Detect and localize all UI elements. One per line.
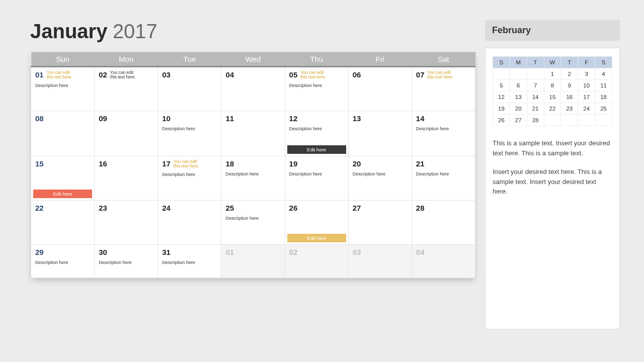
calendar-cell[interactable]: 23: [95, 201, 158, 245]
weekday-header: Sun: [31, 52, 95, 67]
mini-cell[interactable]: 14: [527, 92, 544, 103]
calendar-cell[interactable]: 27: [348, 201, 412, 245]
calendar-cell[interactable]: 26Edit here: [285, 201, 348, 245]
cell-description[interactable]: Description here: [162, 172, 217, 177]
mini-cell[interactable]: 22: [544, 103, 561, 115]
side-paragraph-1[interactable]: This is a sample text. Insert your desir…: [493, 138, 612, 158]
calendar-cell[interactable]: 19Description here: [285, 156, 348, 201]
day-number: 13: [353, 114, 361, 123]
mini-cell[interactable]: 7: [527, 80, 544, 92]
cell-description[interactable]: Description here: [35, 260, 90, 265]
cell-description[interactable]: Description here: [416, 171, 471, 176]
mini-cell[interactable]: 5: [493, 80, 510, 92]
mini-cell[interactable]: .: [493, 68, 510, 80]
mini-cell[interactable]: 17: [578, 92, 595, 103]
mini-cell[interactable]: 8: [544, 80, 561, 92]
mini-cell[interactable]: 28: [527, 115, 544, 126]
mini-cell[interactable]: 18: [595, 92, 612, 103]
calendar-cell[interactable]: 11: [221, 111, 285, 156]
cell-description[interactable]: Description here: [35, 83, 90, 88]
calendar-cell[interactable]: 02You can edit this text here.: [95, 67, 158, 111]
day-number: 27: [353, 204, 361, 212]
mini-cell[interactable]: 10: [578, 80, 595, 92]
mini-cell[interactable]: 4: [595, 68, 612, 80]
calendar-cell[interactable]: 10Description here: [158, 111, 221, 156]
mini-cell[interactable]: 1: [544, 68, 561, 80]
mini-cell[interactable]: 26: [493, 115, 510, 126]
cell-note[interactable]: You can edit this text here.: [47, 70, 78, 80]
calendar-cell[interactable]: 13: [348, 111, 412, 156]
calendar-cell[interactable]: 31Description here: [158, 245, 221, 278]
mini-cell[interactable]: .: [527, 68, 544, 80]
mini-cell[interactable]: 23: [561, 103, 578, 115]
calendar-cell[interactable]: 24: [158, 201, 221, 245]
cell-tag[interactable]: Edit here: [287, 234, 346, 242]
calendar-cell[interactable]: 30Description here: [95, 245, 158, 278]
mini-cell[interactable]: 15: [544, 92, 561, 103]
mini-cell[interactable]: 24: [578, 103, 595, 115]
mini-cell[interactable]: .: [544, 115, 561, 126]
cell-description[interactable]: Description here: [289, 83, 344, 88]
calendar-cell[interactable]: 18Description here: [221, 156, 285, 201]
calendar-cell[interactable]: 04: [221, 67, 285, 111]
cell-description[interactable]: Description here: [225, 216, 280, 221]
cell-note[interactable]: You can edit this text here.: [174, 159, 205, 169]
mini-cell[interactable]: 25: [595, 103, 612, 115]
calendar-cell[interactable]: 15Edit here: [31, 156, 95, 201]
cell-description[interactable]: Description here: [289, 126, 344, 131]
calendar-cell[interactable]: 03: [348, 245, 412, 278]
calendar-cell[interactable]: 02: [285, 245, 348, 278]
cell-description[interactable]: Description here: [289, 171, 344, 176]
calendar-cell[interactable]: 16: [95, 156, 158, 201]
mini-cell[interactable]: 2: [561, 68, 578, 80]
side-paragraph-2[interactable]: Insert your desired text here. This is a…: [493, 167, 612, 197]
cell-description[interactable]: Description here: [225, 171, 280, 176]
calendar-cell[interactable]: 17You can edit this text here.Descriptio…: [158, 156, 221, 201]
mini-cell[interactable]: .: [595, 115, 612, 126]
mini-cell[interactable]: 19: [493, 103, 510, 115]
calendar-cell[interactable]: 28: [412, 201, 475, 245]
calendar-cell[interactable]: 12Description hereEdit here: [285, 111, 348, 156]
calendar-cell[interactable]: 21Description here: [412, 156, 475, 201]
calendar-cell[interactable]: 04: [412, 245, 475, 278]
mini-cell[interactable]: 21: [527, 103, 544, 115]
cell-description[interactable]: Description here: [162, 126, 217, 131]
calendar-cell[interactable]: 01: [221, 245, 285, 278]
calendar-cell[interactable]: 22: [31, 201, 95, 245]
mini-cell[interactable]: 3: [578, 68, 595, 80]
mini-cell[interactable]: 13: [510, 92, 527, 103]
cell-description[interactable]: Description here: [416, 126, 471, 131]
mini-cell[interactable]: 6: [510, 80, 527, 92]
cell-note[interactable]: You can edit this text here.: [110, 70, 141, 80]
cell-tag[interactable]: Edit here: [287, 145, 346, 154]
cell-description[interactable]: Description here: [353, 171, 408, 176]
mini-cell[interactable]: .: [561, 115, 578, 126]
calendar-cell[interactable]: 14Description here: [412, 111, 475, 156]
mini-cell[interactable]: .: [510, 68, 527, 80]
mini-cell[interactable]: 11: [595, 80, 612, 92]
cell-tag[interactable]: Edit here: [33, 190, 92, 198]
calendar-cell[interactable]: 29Description here: [31, 245, 95, 278]
mini-cell[interactable]: 20: [510, 103, 527, 115]
weekday-header: Thu: [285, 52, 348, 67]
calendar-cell[interactable]: 09: [95, 111, 158, 156]
cell-note[interactable]: You can edit this text here.: [300, 70, 332, 80]
calendar-cell[interactable]: 06: [348, 67, 412, 111]
mini-weekday-header: T: [527, 57, 544, 68]
calendar-cell[interactable]: 01You can edit this text here.Descriptio…: [31, 67, 95, 111]
calendar-cell[interactable]: 08: [31, 111, 95, 156]
cell-description[interactable]: Description here: [162, 260, 217, 265]
mini-cell[interactable]: 12: [493, 92, 510, 103]
calendar-cell[interactable]: 20Description here: [348, 156, 412, 201]
mini-cell[interactable]: .: [578, 115, 595, 126]
mini-cell[interactable]: 27: [510, 115, 527, 126]
calendar-cell[interactable]: 05You can edit this text here.Descriptio…: [285, 67, 348, 111]
calendar-cell[interactable]: 03: [158, 67, 221, 111]
calendar-cell[interactable]: 07You can edit this text here.: [412, 67, 475, 111]
mini-cell[interactable]: 16: [561, 92, 578, 103]
title-year: 2017: [113, 20, 157, 42]
calendar-cell[interactable]: 25Description here: [221, 201, 285, 245]
cell-description[interactable]: Description here: [99, 260, 153, 265]
mini-cell[interactable]: 9: [561, 80, 578, 92]
cell-note[interactable]: You can edit this text here.: [428, 70, 459, 80]
